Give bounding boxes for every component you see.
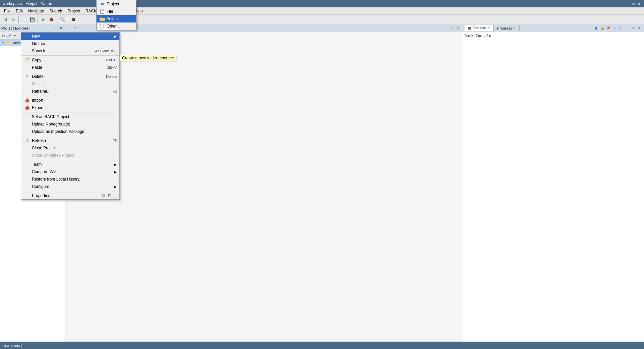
tab-progress[interactable]: Progress ✕: [494, 25, 520, 31]
ctx-item-import[interactable]: 📥 Import...: [21, 97, 119, 104]
ctx-item-team[interactable]: Team ▶: [21, 161, 119, 168]
upload-ingestion-icon: [24, 128, 31, 135]
panel-minimize-icon[interactable]: ─: [46, 26, 52, 31]
ctx-item-properties[interactable]: Properties Alt+Enter: [21, 192, 119, 199]
compare-icon: [24, 168, 31, 175]
sub-item-file[interactable]: File: [97, 8, 136, 15]
sub-item-other[interactable]: Other...: [97, 22, 136, 30]
sub-item-project[interactable]: 🖿 Project...: [97, 0, 136, 8]
sub-item-folder[interactable]: Folder: [97, 15, 136, 22]
console-display-icon[interactable]: ≡: [618, 26, 623, 31]
right-panel-maximize[interactable]: □: [630, 26, 635, 31]
console-pin-icon[interactable]: 📌: [606, 26, 611, 31]
toolbar-save-btn[interactable]: 💾: [29, 16, 36, 23]
svg-rect-1: [101, 24, 103, 28]
ctx-new-arrow: ▶: [114, 35, 117, 38]
ctx-item-set-rack[interactable]: Set as RACK Project: [21, 113, 119, 120]
ctx-show-in-label: Show In: [32, 49, 92, 53]
new-icon: ✦: [24, 33, 31, 40]
ctx-item-go-into[interactable]: Go Into: [21, 40, 119, 47]
ctx-item-upload-ingestion[interactable]: Upload as Ingestion Package: [21, 128, 119, 135]
toolbar-back-btn[interactable]: ◁: [1, 16, 9, 23]
menu-search[interactable]: Search: [47, 8, 65, 14]
sub-file-icon: [99, 8, 105, 14]
restore-button[interactable]: ▭: [631, 1, 635, 6]
ctx-item-export[interactable]: 📤 Export...: [21, 104, 119, 111]
rename-icon: [24, 88, 31, 95]
menu-navigate[interactable]: Navigate: [25, 8, 47, 14]
ctx-restore-label: Restore from Local History...: [32, 177, 117, 182]
sub-other-label: Other...: [107, 24, 120, 29]
toolbar-search-btn[interactable]: 🔍: [59, 16, 66, 23]
menu-file[interactable]: File: [1, 8, 13, 14]
ctx-team-label: Team: [32, 162, 113, 167]
console-text: Rack Console: [465, 34, 491, 38]
toolbar-run-btn[interactable]: ▶: [40, 16, 47, 23]
ctx-item-rename[interactable]: Rename... F2: [21, 88, 119, 95]
toolbar-debug-btn[interactable]: 🐞: [48, 16, 55, 23]
progress-tab-close[interactable]: ✕: [513, 27, 516, 30]
toolbar-perspective-btn[interactable]: ⊞: [70, 16, 77, 23]
minimize-button[interactable]: ─: [625, 1, 629, 6]
menu-project[interactable]: Project: [65, 8, 83, 14]
ctx-item-paste[interactable]: Paste Ctrl+V: [21, 64, 119, 71]
team-icon: [24, 161, 31, 168]
ctx-sep-6: [21, 160, 119, 160]
toolbar-sep-3: [57, 16, 57, 23]
editor-maximize-icon[interactable]: □: [72, 26, 77, 31]
ctx-item-close-project[interactable]: Close Project: [21, 144, 119, 152]
sub-project-icon: 🖿: [99, 1, 105, 7]
ctx-delete-label: Delete: [32, 74, 103, 79]
status-text: new-project: [3, 343, 22, 347]
editor-minimize-icon[interactable]: ─: [67, 26, 72, 31]
link-editor-icon[interactable]: 🔗: [6, 33, 12, 39]
collapse-all-icon[interactable]: ⊟: [1, 33, 6, 39]
console-tab-label: Console: [473, 26, 486, 30]
console-clear-icon[interactable]: 🗑: [594, 26, 599, 31]
tab-console[interactable]: ▦ Console ✕: [465, 25, 494, 31]
panel-close-icon[interactable]: ✕: [58, 26, 64, 31]
panel-title: Project Explorer: [1, 26, 30, 30]
status-bar: new-project: [0, 342, 644, 349]
editor-toolbar-icon-1[interactable]: ◁: [450, 26, 455, 31]
panel-menu-icon[interactable]: ▾: [12, 33, 17, 39]
ctx-item-upload-nodegroup[interactable]: Upload Nodegroup(s): [21, 120, 119, 128]
right-panel-minimize[interactable]: ─: [624, 26, 629, 31]
ctx-sep-1: [21, 55, 119, 56]
console-scroll-lock-icon[interactable]: 🔒: [600, 26, 605, 31]
go-into-icon: [24, 40, 31, 47]
import-icon: 📥: [24, 97, 31, 104]
ctx-item-refresh[interactable]: ↺ Refresh F5: [21, 137, 119, 144]
editor-area: ─ □ ◁ ▷: [65, 24, 463, 342]
console-new-icon[interactable]: +: [612, 26, 617, 31]
ctx-item-new[interactable]: ✦ New ▶: [21, 33, 119, 40]
ctx-item-compare[interactable]: Compare With ▶: [21, 168, 119, 176]
right-panel-icons: 🗑 🔒 📌 + ≡ ─ □ ✕: [594, 26, 643, 31]
ctx-configure-arrow: ▶: [114, 185, 117, 189]
folder-tooltip-text: Create a new folder resource: [122, 56, 174, 60]
ctx-item-show-in[interactable]: Show In Alt+Shift+W ›: [21, 47, 119, 55]
panel-maximize-icon[interactable]: □: [52, 26, 58, 31]
menu-edit[interactable]: Edit: [13, 8, 25, 14]
window-title: workspace - Eclipse Platform: [3, 1, 55, 6]
ctx-item-copy[interactable]: 📋 Copy Ctrl+C: [21, 56, 119, 64]
console-tab-close[interactable]: ✕: [487, 26, 490, 30]
toolbar-forward-btn[interactable]: ▷: [9, 16, 17, 23]
ctx-new-label: New: [32, 34, 113, 39]
ctx-properties-shortcut: Alt+Enter: [101, 194, 117, 198]
delete-icon: ✕: [24, 73, 31, 80]
configure-icon: [24, 183, 31, 190]
ctx-item-restore[interactable]: Restore from Local History...: [21, 176, 119, 183]
ctx-item-delete[interactable]: ✕ Delete Delete: [21, 73, 119, 80]
editor-toolbar-icon-2[interactable]: ▷: [456, 26, 462, 31]
right-panel-close[interactable]: ✕: [636, 26, 641, 31]
ctx-show-in-shortcut: Alt+Shift+W ›: [95, 49, 117, 53]
ctx-item-move[interactable]: Move...: [21, 80, 119, 88]
console-content: Rack Console: [463, 32, 644, 342]
ctx-item-close-unrelated[interactable]: Close Unrelated Project: [21, 152, 119, 159]
ctx-item-configure[interactable]: Configure ▶: [21, 183, 119, 190]
close-button[interactable]: ✕: [637, 1, 641, 6]
copy-icon: 📋: [24, 57, 31, 63]
ctx-copy-label: Copy: [32, 58, 104, 62]
toolbar-new-btn[interactable]: 📄: [20, 16, 28, 23]
